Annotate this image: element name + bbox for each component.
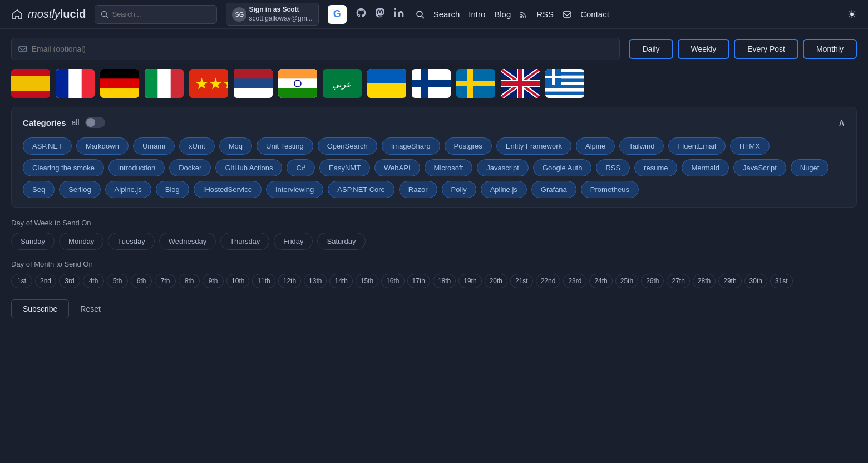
google-button[interactable]: G: [328, 5, 347, 24]
all-toggle[interactable]: [85, 117, 105, 128]
tag-btn[interactable]: Serilog: [59, 181, 100, 198]
tag-btn[interactable]: Google Auth: [533, 159, 592, 176]
email-field[interactable]: [32, 45, 613, 53]
day-btn-thursday[interactable]: Thursday: [220, 233, 269, 250]
tag-btn[interactable]: OpenSearch: [318, 137, 377, 155]
flag-uk[interactable]: [501, 69, 540, 98]
month-day-btn[interactable]: 14th: [329, 274, 352, 288]
day-btn-sunday[interactable]: Sunday: [11, 233, 55, 250]
tag-btn[interactable]: Interviewing: [266, 181, 323, 198]
flag-netherlands[interactable]: [234, 69, 273, 98]
month-day-btn[interactable]: 17th: [407, 274, 430, 288]
tag-btn[interactable]: IHostedService: [194, 181, 262, 198]
search-input[interactable]: [112, 10, 201, 18]
tag-btn[interactable]: ImageSharp: [382, 137, 440, 155]
linkedin-icon[interactable]: [393, 7, 405, 21]
tag-btn[interactable]: resume: [634, 159, 677, 176]
month-day-btn[interactable]: 15th: [356, 274, 378, 288]
month-day-btn[interactable]: 10th: [226, 274, 249, 288]
tag-btn[interactable]: Docker: [169, 159, 211, 176]
github-icon[interactable]: [356, 7, 367, 21]
day-btn-monday[interactable]: Monday: [59, 233, 103, 250]
nav-search[interactable]: Search: [433, 9, 460, 19]
theme-toggle[interactable]: ☀: [847, 8, 857, 21]
tag-btn[interactable]: Javascript: [477, 159, 529, 176]
freq-btn-every-post[interactable]: Every Post: [734, 39, 798, 59]
tag-btn[interactable]: Nuget: [791, 159, 829, 176]
tag-btn[interactable]: RSS: [596, 159, 630, 176]
tag-btn[interactable]: Seq: [23, 181, 55, 198]
flag-france[interactable]: [56, 69, 95, 98]
month-day-btn[interactable]: 23rd: [563, 274, 586, 288]
day-btn-wednesday[interactable]: Wednesday: [159, 233, 216, 250]
logo[interactable]: mostlylucid: [11, 8, 86, 21]
month-day-btn[interactable]: 28th: [693, 274, 716, 288]
tag-btn[interactable]: Alpine: [576, 137, 615, 155]
tag-btn[interactable]: Prometheus: [581, 181, 639, 198]
month-day-btn[interactable]: 1st: [11, 274, 32, 288]
month-day-btn[interactable]: 16th: [381, 274, 404, 288]
flag-sweden[interactable]: [456, 69, 495, 98]
nav-rss[interactable]: RSS: [536, 9, 554, 19]
day-btn-tuesday[interactable]: Tuesday: [108, 233, 154, 250]
chevron-up-icon[interactable]: ∧: [838, 116, 845, 129]
subscribe-button[interactable]: Subscribe: [11, 299, 69, 318]
tag-btn[interactable]: Polly: [442, 181, 476, 198]
mastodon-icon[interactable]: [374, 7, 386, 21]
month-day-btn[interactable]: 24th: [589, 274, 612, 288]
month-day-btn[interactable]: 27th: [667, 274, 689, 288]
tag-btn[interactable]: ASP.NET Core: [328, 181, 394, 198]
nav-intro[interactable]: Intro: [468, 9, 485, 19]
flag-greece[interactable]: [545, 69, 584, 98]
tag-btn[interactable]: FluentEmail: [668, 137, 726, 155]
tag-btn[interactable]: WebAPI: [374, 159, 420, 176]
freq-btn-daily[interactable]: Daily: [629, 39, 673, 59]
month-day-btn[interactable]: 29th: [718, 274, 741, 288]
nav-contact[interactable]: Contact: [580, 9, 609, 19]
month-day-btn[interactable]: 21st: [510, 274, 533, 288]
month-day-btn[interactable]: 30th: [744, 274, 767, 288]
nav-blog[interactable]: Blog: [494, 9, 511, 19]
month-day-btn[interactable]: 9th: [203, 274, 224, 288]
flag-arabic[interactable]: عربي: [323, 69, 362, 98]
tag-btn[interactable]: JavaScript: [733, 159, 786, 176]
month-day-btn[interactable]: 12th: [278, 274, 301, 288]
tag-btn[interactable]: Moq: [219, 137, 252, 155]
flag-italy[interactable]: [145, 69, 184, 98]
month-day-btn[interactable]: 4th: [83, 274, 104, 288]
tag-btn[interactable]: Umami: [133, 137, 175, 155]
tag-btn[interactable]: Tailwind: [619, 137, 664, 155]
tag-btn[interactable]: introduction: [108, 159, 165, 176]
tag-btn[interactable]: Unit Testing: [257, 137, 313, 155]
tag-btn[interactable]: Microsoft: [425, 159, 473, 176]
tag-btn[interactable]: ASP.NET: [23, 137, 72, 155]
day-btn-saturday[interactable]: Saturday: [317, 233, 365, 250]
month-day-btn[interactable]: 6th: [131, 274, 152, 288]
month-day-btn[interactable]: 26th: [641, 274, 664, 288]
month-day-btn[interactable]: 3rd: [59, 274, 80, 288]
tag-btn[interactable]: Apline.js: [481, 181, 527, 198]
user-sign-in[interactable]: SG Sign in as Scott scott.galloway@gm...: [226, 3, 318, 26]
flag-germany[interactable]: [100, 69, 139, 98]
tag-btn[interactable]: xUnit: [179, 137, 215, 155]
tag-btn[interactable]: Markdown: [76, 137, 129, 155]
freq-btn-weekly[interactable]: Weekly: [678, 39, 730, 59]
flag-spain[interactable]: [11, 69, 50, 98]
freq-btn-monthly[interactable]: Monthly: [803, 39, 857, 59]
day-btn-friday[interactable]: Friday: [274, 233, 313, 250]
tag-btn[interactable]: Entity Framework: [496, 137, 571, 155]
flag-finland[interactable]: [412, 69, 451, 98]
tag-btn[interactable]: EasyNMT: [319, 159, 370, 176]
month-day-btn[interactable]: 19th: [458, 274, 481, 288]
month-day-btn[interactable]: 13th: [304, 274, 327, 288]
month-day-btn[interactable]: 2nd: [35, 274, 56, 288]
month-day-btn[interactable]: 22nd: [536, 274, 561, 288]
search-bar[interactable]: [95, 5, 217, 24]
month-day-btn[interactable]: 7th: [155, 274, 176, 288]
month-day-btn[interactable]: 31st: [770, 274, 793, 288]
month-day-btn[interactable]: 20th: [485, 274, 507, 288]
tag-btn[interactable]: HTMX: [730, 137, 770, 155]
tag-btn[interactable]: Blog: [156, 181, 189, 198]
tag-btn[interactable]: C#: [287, 159, 315, 176]
flag-hk[interactable]: ★★★★★: [189, 69, 228, 98]
